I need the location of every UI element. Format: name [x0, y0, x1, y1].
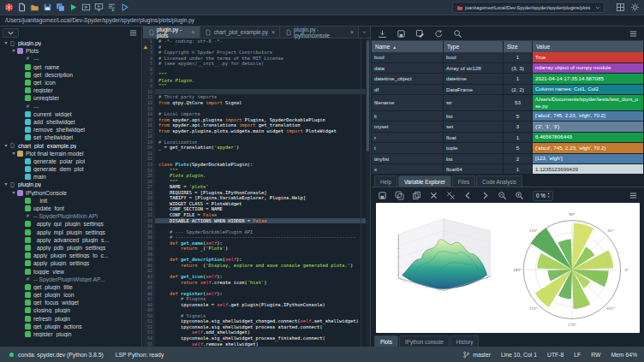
cell-value[interactable]: {'2', '1', '3'}	[533, 122, 644, 132]
variable-row[interactable]: xfloat6411.1235123699439	[372, 164, 644, 174]
editor-tab[interactable]: plugin.py - ipythonconsole×	[280, 27, 359, 38]
import-data-icon[interactable]	[377, 28, 388, 39]
outline-item[interactable]: generate_polar_plot	[0, 157, 141, 165]
cell-name[interactable]: bool	[372, 52, 444, 62]
next-plot-icon[interactable]	[480, 190, 491, 201]
cell-type[interactable]: bool	[444, 52, 504, 62]
tree-expand-icon[interactable]: ▾	[3, 181, 9, 188]
editor-tab[interactable]: plugin.py - plots×	[143, 27, 200, 38]
outline-item[interactable]: _apply_mpl_plugin_settings	[0, 228, 141, 236]
zoom-in-icon[interactable]	[514, 190, 525, 201]
outline-item[interactable]: get_plugin_actions	[0, 323, 141, 330]
memory-status[interactable]: Mem 64%	[611, 352, 637, 358]
cell-type[interactable]: Array of str128	[444, 63, 504, 74]
open-file-icon[interactable]	[29, 2, 40, 13]
scrollbar-thumb[interactable]	[367, 40, 369, 151]
outline-item[interactable]: ▾plugin.py	[0, 181, 141, 188]
preferences-icon[interactable]	[629, 2, 641, 13]
chevron-down-icon[interactable]	[593, 3, 601, 11]
outline-item[interactable]: #---	[0, 55, 141, 62]
outline-item[interactable]: register_plugin	[0, 330, 141, 338]
refresh-icon[interactable]	[433, 28, 444, 39]
outline-item[interactable]: ▾plugin.py	[0, 39, 141, 47]
cell-type[interactable]: float	[444, 133, 504, 143]
outline-item[interactable]: closing_plugin	[0, 306, 141, 314]
editor-scrollbar[interactable]	[366, 39, 370, 347]
outline-item[interactable]: set_shellwidget	[0, 134, 141, 141]
outline-item[interactable]: toggle_view	[0, 267, 141, 275]
cell-size[interactable]: 1	[504, 133, 533, 143]
variable-row[interactable]: ttuple5('abcd', 745, 2.23, 'efgh', 70.2)	[372, 143, 644, 154]
cell-value[interactable]: ndarray object of numpy module	[533, 63, 644, 74]
previous-plot-icon[interactable]	[462, 190, 474, 201]
save-all-icon[interactable]	[55, 2, 66, 13]
outline-item[interactable]: #-- SpyderPluginMixin API	[0, 212, 141, 220]
cell-type[interactable]: list	[444, 111, 504, 122]
run-cell-icon[interactable]	[80, 2, 92, 13]
cell-size[interactable]: 53	[504, 95, 533, 110]
close-tab-icon[interactable]: ×	[192, 29, 195, 35]
spyder-logo-icon[interactable]	[3, 2, 15, 13]
run-selection-icon[interactable]	[106, 2, 117, 13]
column-header-size[interactable]: Size	[504, 41, 533, 52]
cell-name[interactable]: datetime_object	[372, 74, 444, 84]
run-cell-advance-icon[interactable]	[93, 2, 104, 13]
close-tab-icon[interactable]: ×	[271, 29, 275, 35]
cell-size[interactable]: 1	[504, 74, 533, 84]
outline-item[interactable]: ▾IPythonConsole	[0, 189, 141, 197]
variable-row[interactable]: dataArray of str128(3, 3)ndarray object …	[372, 63, 644, 74]
debug-file-icon[interactable]	[119, 2, 130, 13]
cell-name[interactable]: tinylist	[372, 154, 444, 164]
variable-row[interactable]: boolbool1True	[372, 52, 644, 63]
cell-value[interactable]: /Users/Documents/spyder/tests/test_dont_…	[533, 95, 644, 110]
tab-code-analysis[interactable]: Code Analysis	[476, 175, 522, 187]
tab-variable-explorer[interactable]: Variable Explorer	[398, 175, 451, 187]
close-tab-icon[interactable]: ×	[350, 29, 354, 35]
browse-tabs-icon[interactable]	[359, 27, 370, 38]
cell-name[interactable]: df	[372, 85, 444, 95]
code-line[interactable]: 41 return _('Display, explore and save c…	[143, 263, 366, 269]
tree-expand-icon[interactable]: ▾	[3, 39, 9, 47]
save-file-icon[interactable]	[42, 2, 53, 13]
outline-item[interactable]: get_plugin_icon	[0, 291, 141, 299]
variable-row[interactable]: tinylistlist2[123, 'efgh']	[372, 154, 644, 165]
cell-name[interactable]: li	[372, 111, 444, 122]
cell-value[interactable]: Column names: Col1, Col2	[533, 85, 644, 95]
cell-type[interactable]: list	[444, 154, 504, 164]
readwrite-status[interactable]: RW	[591, 352, 600, 358]
outline-item[interactable]: refresh_plugin	[0, 315, 141, 323]
save-all-plots-icon[interactable]	[394, 190, 405, 201]
options-menu-icon[interactable]	[628, 28, 639, 39]
outline-item[interactable]: current_widget	[0, 110, 141, 118]
outline-item[interactable]: remove_shellwidget	[0, 126, 141, 134]
cell-size[interactable]: 2	[504, 154, 533, 164]
outline-item[interactable]: generate_dem_plot	[0, 165, 141, 173]
tab-history[interactable]: History	[450, 335, 480, 347]
search-icon[interactable]	[452, 28, 463, 39]
cell-value[interactable]: ['abcd', 745, 2.23, 'efgh', 70.2]	[533, 111, 644, 122]
tree-expand-icon[interactable]: ▾	[10, 189, 17, 197]
save-data-icon[interactable]	[396, 28, 407, 39]
cell-name[interactable]: data	[372, 63, 444, 74]
variable-row[interactable]: mysetset3{'2', '1', '3'}	[372, 122, 644, 133]
outline-item[interactable]: ▾chart_plot_example.py	[0, 141, 141, 149]
outline-item[interactable]: unregister	[0, 94, 141, 102]
cell-type[interactable]: DataFrame	[444, 85, 504, 95]
tab-files[interactable]: Files	[452, 175, 475, 187]
options-menu-icon[interactable]	[128, 27, 139, 39]
cell-value[interactable]: [123, 'efgh']	[533, 154, 644, 164]
outline-item[interactable]: #---	[0, 103, 141, 110]
outline-item[interactable]: get_description	[0, 71, 141, 79]
cell-type[interactable]: float64	[444, 164, 504, 174]
options-menu-icon[interactable]	[628, 190, 639, 201]
cell-type[interactable]: tuple	[444, 143, 504, 153]
outline-item[interactable]: get_icon	[0, 79, 141, 86]
column-header-name[interactable]: Name▲	[372, 41, 444, 52]
zoom-out-icon[interactable]	[497, 190, 508, 201]
cell-size[interactable]: 1	[504, 164, 533, 174]
encoding-status[interactable]: UTF-8	[547, 352, 564, 358]
outline-item[interactable]: get_name	[0, 63, 141, 71]
variable-row[interactable]: rfloat16.46567806443	[372, 133, 644, 144]
outline-item[interactable]: ▾Plot final terrain model	[0, 150, 141, 157]
cursor-position[interactable]: Line 10, Col 1	[501, 352, 537, 358]
